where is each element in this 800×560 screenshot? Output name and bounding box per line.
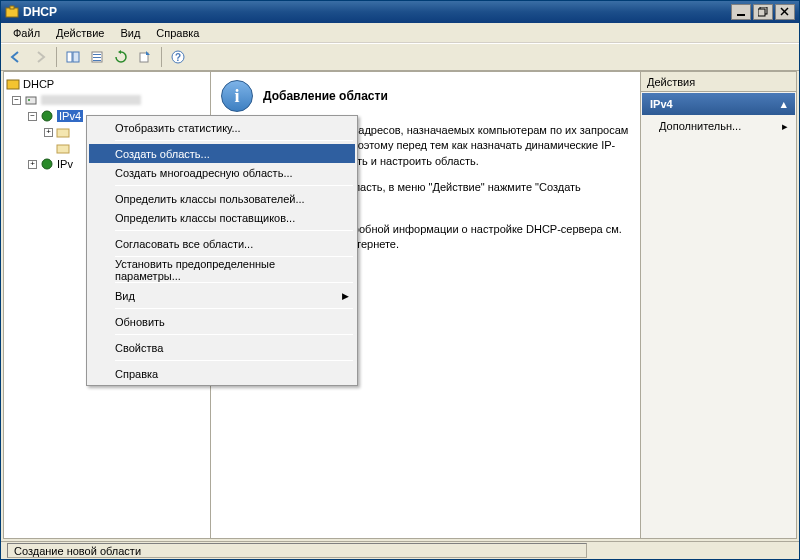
menu-file[interactable]: Файл bbox=[5, 25, 48, 41]
content-header: i Добавление области bbox=[221, 80, 630, 112]
server-icon bbox=[24, 93, 38, 107]
svg-rect-17 bbox=[26, 97, 36, 104]
status-text: Создание новой области bbox=[7, 543, 587, 558]
ipv6-icon bbox=[40, 157, 54, 171]
expand-icon[interactable]: + bbox=[28, 160, 37, 169]
ctx-separator bbox=[115, 185, 353, 186]
tree-label: IPv4 bbox=[57, 110, 83, 122]
svg-rect-11 bbox=[93, 57, 101, 58]
svg-rect-2 bbox=[737, 14, 745, 16]
actions-subheader-label: IPv4 bbox=[650, 98, 673, 110]
menu-action[interactable]: Действие bbox=[48, 25, 112, 41]
folder-icon bbox=[56, 125, 70, 139]
close-button[interactable] bbox=[775, 4, 795, 20]
ipv4-icon bbox=[40, 109, 54, 123]
ctx-new-scope[interactable]: Создать область... bbox=[89, 144, 355, 163]
svg-rect-21 bbox=[57, 145, 69, 153]
ctx-new-multicast-scope[interactable]: Создать многоадресную область... bbox=[89, 163, 355, 182]
refresh-button[interactable] bbox=[110, 46, 132, 68]
ctx-define-vendor-classes[interactable]: Определить классы поставщиков... bbox=[89, 208, 355, 227]
ctx-help[interactable]: Справка bbox=[89, 364, 355, 383]
svg-rect-10 bbox=[93, 54, 101, 55]
ctx-properties[interactable]: Свойства bbox=[89, 338, 355, 357]
collapse-icon[interactable]: − bbox=[12, 96, 21, 105]
ctx-separator bbox=[115, 360, 353, 361]
menu-view[interactable]: Вид bbox=[112, 25, 148, 41]
ctx-separator bbox=[115, 308, 353, 309]
back-button[interactable] bbox=[5, 46, 27, 68]
content-title: Добавление области bbox=[263, 89, 388, 103]
ctx-view[interactable]: Вид▶ bbox=[89, 286, 355, 305]
restore-button[interactable] bbox=[753, 4, 773, 20]
folder-icon bbox=[56, 141, 70, 155]
tree-node-server[interactable]: − bbox=[6, 92, 208, 108]
actions-header: Действия bbox=[641, 72, 796, 92]
info-icon: i bbox=[221, 80, 253, 112]
actions-item-more[interactable]: Дополнительн... ▸ bbox=[641, 116, 796, 137]
collapse-icon[interactable]: − bbox=[28, 112, 37, 121]
ctx-separator bbox=[115, 334, 353, 335]
window-buttons bbox=[731, 4, 795, 20]
toolbar-separator bbox=[56, 47, 57, 67]
svg-rect-20 bbox=[57, 129, 69, 137]
minimize-button[interactable] bbox=[731, 4, 751, 20]
window-title: DHCP bbox=[23, 5, 731, 19]
status-bar: Создание новой области bbox=[1, 541, 799, 559]
ctx-refresh[interactable]: Обновить bbox=[89, 312, 355, 331]
svg-rect-4 bbox=[758, 9, 765, 16]
svg-point-18 bbox=[28, 99, 30, 101]
chevron-right-icon: ▸ bbox=[782, 120, 788, 133]
app-icon bbox=[5, 5, 19, 19]
ctx-define-user-classes[interactable]: Определить классы пользователей... bbox=[89, 189, 355, 208]
expand-icon[interactable]: + bbox=[44, 128, 53, 137]
collapse-arrow-icon[interactable]: ▴ bbox=[781, 98, 787, 111]
svg-rect-1 bbox=[10, 6, 14, 9]
tree-label: DHCP bbox=[23, 78, 54, 90]
ctx-show-statistics[interactable]: Отобразить статистику... bbox=[89, 118, 355, 137]
toolbar-separator bbox=[161, 47, 162, 67]
submenu-arrow-icon: ▶ bbox=[342, 291, 349, 301]
tree-label: IPv bbox=[57, 158, 73, 170]
actions-pane: Действия IPv4 ▴ Дополнительн... ▸ bbox=[641, 72, 796, 538]
svg-point-22 bbox=[42, 159, 52, 169]
properties-button[interactable] bbox=[86, 46, 108, 68]
ctx-set-predefined-options[interactable]: Установить предопределенные параметры... bbox=[89, 260, 355, 279]
ctx-separator bbox=[115, 230, 353, 231]
tree-label bbox=[41, 95, 141, 105]
context-menu: Отобразить статистику... Создать область… bbox=[86, 115, 358, 386]
export-button[interactable] bbox=[134, 46, 156, 68]
menu-help[interactable]: Справка bbox=[148, 25, 207, 41]
tree-node-dhcp[interactable]: DHCP bbox=[6, 76, 208, 92]
title-bar: DHCP bbox=[1, 1, 799, 23]
toolbar: ? bbox=[1, 43, 799, 71]
svg-text:?: ? bbox=[175, 52, 181, 63]
svg-rect-8 bbox=[73, 52, 79, 62]
svg-rect-12 bbox=[93, 60, 101, 61]
dhcp-icon bbox=[6, 77, 20, 91]
show-hide-tree-button[interactable] bbox=[62, 46, 84, 68]
ctx-separator bbox=[115, 140, 353, 141]
svg-point-19 bbox=[42, 111, 52, 121]
svg-rect-16 bbox=[7, 80, 19, 89]
ctx-reconcile-scopes[interactable]: Согласовать все области... bbox=[89, 234, 355, 253]
ctx-separator bbox=[115, 282, 353, 283]
actions-subheader: IPv4 ▴ bbox=[642, 93, 795, 115]
actions-item-label: Дополнительн... bbox=[659, 120, 741, 132]
menu-bar: Файл Действие Вид Справка bbox=[1, 23, 799, 43]
svg-rect-7 bbox=[67, 52, 72, 62]
help-button[interactable]: ? bbox=[167, 46, 189, 68]
forward-button[interactable] bbox=[29, 46, 51, 68]
